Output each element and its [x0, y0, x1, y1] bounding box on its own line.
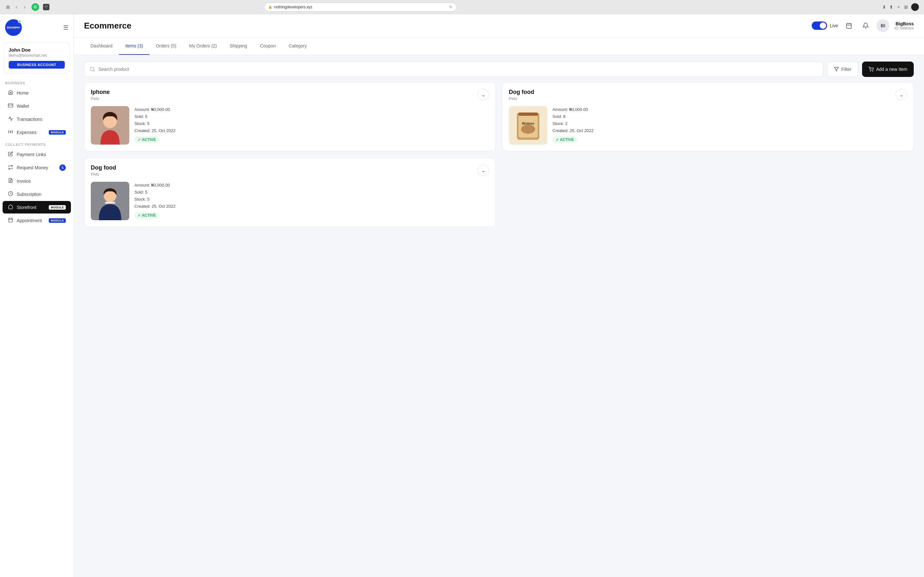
- item-2-amount: Amount: ₦3,000.00: [552, 106, 907, 113]
- appointment-icon: [8, 218, 13, 223]
- calendar-btn[interactable]: [843, 20, 855, 31]
- reload-btn[interactable]: ↻: [449, 5, 452, 9]
- tab-dashboard[interactable]: Dashboard: [84, 37, 119, 55]
- user-info-name: BigBoss: [895, 21, 914, 26]
- search-input[interactable]: [99, 67, 818, 72]
- sidebar-item-storefront[interactable]: Storefront MODULE: [3, 201, 71, 213]
- sidebar-toggle-btn[interactable]: ⊞: [5, 4, 11, 10]
- address-bar[interactable]: 🔒 nothingdevelopers.xyz ↻: [264, 3, 457, 11]
- back-btn[interactable]: ‹: [13, 4, 19, 10]
- storefront-module-badge: MODULE: [49, 205, 66, 210]
- items-grid: Iphone Pets ⌄: [84, 82, 914, 227]
- cart-icon: [869, 67, 874, 72]
- sidebar: BOOMPAY ☰ John Doe demo@boomchart.net BU…: [0, 14, 74, 577]
- search-icon: [89, 66, 95, 72]
- expenses-label: Expenses: [17, 130, 45, 135]
- tab-coupon[interactable]: Coupon: [254, 37, 282, 55]
- item-2-sold: Sold: 8: [552, 113, 907, 120]
- sidebar-item-appointment[interactable]: Appointment MODULE: [3, 214, 71, 227]
- item-1-category: Pets: [91, 96, 110, 101]
- add-item-btn[interactable]: Add a new Item: [862, 61, 914, 77]
- sidebar-item-payment-links[interactable]: Payment Links: [3, 148, 71, 161]
- item-3-expand-btn[interactable]: ⌄: [477, 164, 489, 176]
- forward-btn[interactable]: ›: [22, 4, 27, 10]
- search-actions-bar: Filter Add a new Item: [84, 55, 914, 82]
- lock-icon: 🔒: [268, 5, 272, 9]
- new-tab-btn[interactable]: ＋: [897, 4, 901, 10]
- topbar-right: Live BI BigBoss ID: 6986924: [812, 19, 914, 32]
- svg-rect-6: [9, 218, 13, 222]
- sidebar-item-request-money[interactable]: Request Money 5: [3, 161, 71, 174]
- item-card-2-header: Dog food Pets ⌄: [509, 89, 907, 101]
- svg-point-14: [90, 67, 94, 71]
- payment-links-label: Payment Links: [17, 152, 66, 157]
- item-card-2: Dog food Pets ⌄ Wokiee: [502, 82, 914, 151]
- svg-line-15: [94, 70, 94, 71]
- browser-right: ⬇ ⬆ ＋ ⊞: [882, 3, 919, 11]
- item-1-expand-btn[interactable]: ⌄: [477, 89, 489, 100]
- item-2-image: Wokiee: [509, 106, 548, 145]
- page-title: Ecommerce: [84, 21, 131, 31]
- content-area: Filter Add a new Item Iphone Pets: [74, 55, 924, 577]
- request-money-label: Request Money: [17, 165, 56, 170]
- browser-controls: ⊞ ‹ ›: [5, 4, 27, 10]
- tab-my-orders[interactable]: My Orders (2): [183, 37, 223, 55]
- item-3-stock: Stock: 5: [134, 196, 489, 203]
- transactions-label: Transactions: [17, 117, 66, 122]
- request-money-count: 5: [59, 164, 66, 171]
- tab-items[interactable]: Items (3): [119, 37, 150, 55]
- sidebar-header: BOOMPAY ☰: [0, 14, 73, 40]
- subscription-label: Subscription: [17, 192, 66, 197]
- item-3-status: ✓ ACTIVE: [134, 212, 159, 219]
- app-container: BOOMPAY ☰ John Doe demo@boomchart.net BU…: [0, 14, 924, 577]
- search-bar[interactable]: [84, 61, 823, 77]
- transactions-icon: [8, 116, 13, 122]
- subscription-icon: [8, 191, 13, 197]
- share-btn[interactable]: ⬆: [889, 5, 893, 10]
- hamburger-btn[interactable]: ☰: [63, 24, 68, 31]
- sidebar-item-invoice[interactable]: Invoice: [3, 175, 71, 187]
- svg-rect-10: [846, 23, 851, 28]
- home-label: Home: [17, 90, 66, 95]
- wallet-label: Wallet: [17, 103, 66, 109]
- sidebar-item-home[interactable]: Home: [3, 87, 71, 99]
- svg-point-25: [521, 125, 535, 134]
- item-3-title: Dog food: [91, 164, 116, 171]
- invoice-label: Invoice: [17, 179, 66, 184]
- filter-icon: [834, 67, 839, 72]
- grammarly-icon: G: [31, 3, 39, 11]
- item-2-details: Amount: ₦3,000.00 Sold: 8 Stock: 2 Creat…: [552, 106, 907, 143]
- payment-links-icon: [8, 151, 13, 157]
- tab-category[interactable]: Category: [282, 37, 313, 55]
- tab-orders[interactable]: Orders (5): [150, 37, 183, 55]
- item-3-sold: Sold: 5: [134, 189, 489, 196]
- storefront-icon: [8, 204, 13, 210]
- svg-rect-29: [105, 202, 115, 203]
- sidebar-item-transactions[interactable]: Transactions: [3, 113, 71, 125]
- item-1-body: Amount: ₦3,000.00 Sold: 5 Stock: 5 Creat…: [91, 106, 489, 145]
- item-1-amount: Amount: ₦3,000.00: [134, 106, 489, 113]
- item-2-stock: Stock: 2: [552, 120, 907, 127]
- item-2-title: Dog food: [509, 89, 534, 95]
- sidebar-item-subscription[interactable]: Subscription: [3, 188, 71, 200]
- item-3-amount: Amount: ₦3,000.00: [134, 182, 489, 189]
- download-btn[interactable]: ⬇: [882, 5, 886, 10]
- item-card-1: Iphone Pets ⌄: [84, 82, 496, 151]
- item-2-expand-btn[interactable]: ⌄: [895, 89, 907, 100]
- filter-btn[interactable]: Filter: [827, 61, 858, 77]
- item-1-image: [91, 106, 129, 145]
- live-switch[interactable]: [812, 21, 827, 30]
- tab-shipping[interactable]: Shipping: [223, 37, 254, 55]
- request-money-icon: [8, 165, 13, 171]
- item-card-1-header: Iphone Pets ⌄: [91, 89, 489, 101]
- business-account-btn[interactable]: BUSINESS ACCOUNT: [9, 61, 65, 69]
- wallet-icon: [8, 103, 13, 109]
- notifications-btn[interactable]: [860, 20, 871, 31]
- add-item-label: Add a new Item: [876, 67, 907, 72]
- item-2-category: Pets: [509, 96, 534, 101]
- svg-point-2: [10, 131, 11, 132]
- sidebar-item-expenses[interactable]: Expenses MODULE: [3, 126, 71, 139]
- appointment-label: Appointment: [17, 218, 45, 223]
- extensions-btn[interactable]: ⊞: [904, 5, 908, 10]
- sidebar-item-wallet[interactable]: Wallet: [3, 100, 71, 112]
